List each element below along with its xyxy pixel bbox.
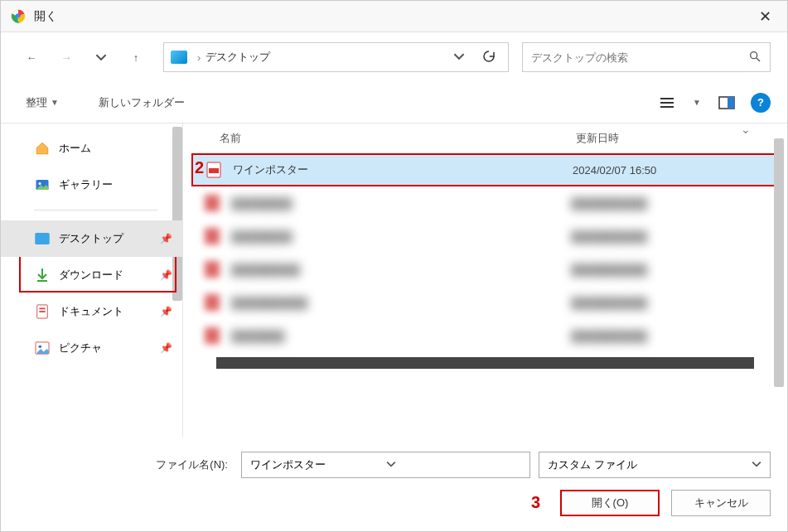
- forward-button[interactable]: →: [52, 43, 80, 71]
- pin-icon: 📌: [160, 306, 172, 317]
- file-list-header: 名前 更新日時 ⌄: [183, 123, 787, 153]
- path-breadcrumb[interactable]: › デスクトップ: [163, 42, 509, 72]
- preview-pane-button[interactable]: [714, 90, 739, 115]
- buttons-row: 3 開く(O) キャンセル: [17, 490, 771, 516]
- navigation-bar: ← → ↑ › デスクトップ: [1, 32, 787, 82]
- sidebar: ホーム ギャラリー 1 デスクトップ 📌 ダウンロード 📌: [1, 123, 183, 437]
- refresh-button[interactable]: [476, 49, 501, 66]
- filetype-value: カスタム ファイル: [548, 457, 752, 472]
- pin-icon: 📌: [160, 233, 172, 244]
- downloads-icon: [34, 267, 51, 283]
- help-button[interactable]: ?: [751, 93, 771, 113]
- file-list: 名前 更新日時 ⌄ 2 ワインポスター 2024/02/07 16:50 ███…: [183, 123, 787, 437]
- search-input[interactable]: [531, 51, 748, 64]
- svg-rect-8: [728, 97, 734, 109]
- svg-point-2: [751, 51, 757, 58]
- svg-rect-11: [35, 233, 50, 244]
- home-icon: [34, 140, 51, 157]
- back-button[interactable]: ←: [17, 43, 46, 71]
- svg-rect-19: [205, 195, 220, 211]
- svg-rect-18: [209, 168, 219, 173]
- sidebar-desktop-label: デスクトップ: [59, 231, 123, 246]
- pdf-icon: [205, 161, 223, 179]
- svg-point-10: [39, 182, 41, 185]
- sidebar-home-label: ホーム: [59, 141, 91, 156]
- organize-label: 整理: [26, 95, 47, 110]
- pictures-icon: [34, 340, 51, 356]
- cancel-button[interactable]: キャンセル: [671, 490, 771, 516]
- filetype-dropdown-icon[interactable]: [752, 459, 761, 472]
- recent-dropdown[interactable]: [87, 43, 115, 71]
- svg-rect-13: [39, 308, 45, 310]
- sidebar-gallery-label: ギャラリー: [59, 177, 113, 192]
- open-file-dialog: 開く ✕ ← → ↑ › デスクトップ 整理 ▼ 新しいフォルダー ▼: [0, 0, 788, 532]
- sidebar-downloads[interactable]: ダウンロード 📌: [1, 257, 182, 293]
- toolbar: 整理 ▼ 新しいフォルダー ▼ ?: [1, 82, 787, 123]
- organize-menu[interactable]: 整理 ▼: [17, 90, 67, 115]
- view-mode-menu[interactable]: [655, 90, 679, 115]
- filename-dropdown-icon[interactable]: [386, 459, 522, 472]
- file-row-blurred[interactable]: ████████████████████: [183, 286, 787, 319]
- column-date-header[interactable]: 更新日時 ⌄: [576, 131, 787, 146]
- sidebar-documents-label: ドキュメント: [59, 304, 123, 319]
- filetype-select[interactable]: カスタム ファイル: [539, 452, 771, 478]
- folder-icon: [171, 51, 187, 64]
- horizontal-scrollbar[interactable]: [216, 357, 754, 369]
- svg-line-3: [757, 58, 760, 61]
- search-icon[interactable]: [748, 50, 761, 65]
- gallery-icon: [34, 177, 51, 193]
- sidebar-downloads-label: ダウンロード: [59, 268, 123, 283]
- chevron-down-icon: ▼: [51, 98, 59, 107]
- titlebar: 開く ✕: [1, 1, 787, 32]
- callout-3: 3: [531, 493, 540, 512]
- svg-rect-20: [205, 228, 220, 244]
- sort-indicator-icon: ⌄: [741, 123, 751, 136]
- file-row-selected[interactable]: ワインポスター 2024/02/07 16:50: [191, 153, 779, 186]
- chrome-icon: [11, 9, 26, 24]
- sidebar-gallery[interactable]: ギャラリー: [1, 167, 182, 203]
- filename-row: ファイル名(N): ワインポスター カスタム ファイル: [17, 452, 771, 478]
- sidebar-home[interactable]: ホーム: [1, 130, 182, 167]
- sidebar-pictures[interactable]: ピクチャ 📌: [1, 330, 182, 366]
- sidebar-divider: [34, 210, 157, 210]
- path-dropdown-icon[interactable]: [453, 51, 465, 65]
- file-row-blurred[interactable]: ███████████████████: [183, 253, 787, 286]
- svg-rect-22: [205, 294, 220, 311]
- file-row-blurred[interactable]: ██████████████████: [183, 186, 787, 220]
- cancel-button-label: キャンセル: [694, 496, 748, 510]
- file-row-blurred[interactable]: ██████████████████: [183, 220, 787, 253]
- pin-icon: 📌: [160, 342, 172, 354]
- file-row-blurred[interactable]: █████████████████: [183, 319, 787, 352]
- dialog-body: ホーム ギャラリー 1 デスクトップ 📌 ダウンロード 📌: [1, 123, 787, 437]
- path-location[interactable]: デスクトップ: [205, 50, 442, 65]
- svg-point-16: [39, 345, 42, 348]
- dialog-footer: ファイル名(N): ワインポスター カスタム ファイル 3 開く(O) キャンセ…: [1, 437, 787, 531]
- column-date-label: 更新日時: [576, 132, 619, 144]
- up-button[interactable]: ↑: [122, 43, 150, 71]
- pin-icon: 📌: [160, 269, 172, 281]
- sidebar-documents[interactable]: ドキュメント 📌: [1, 293, 182, 330]
- filename-value: ワインポスター: [250, 457, 386, 472]
- filelist-scrollbar[interactable]: [774, 138, 784, 387]
- filename-label: ファイル名(N):: [17, 457, 233, 472]
- column-name-header[interactable]: 名前: [220, 131, 576, 146]
- file-name: ワインポスター: [233, 162, 573, 177]
- file-date: 2024/02/07 16:50: [573, 164, 656, 177]
- desktop-icon: [34, 230, 51, 247]
- svg-rect-14: [39, 311, 45, 312]
- svg-rect-21: [205, 261, 220, 278]
- sidebar-pictures-label: ピクチャ: [59, 341, 102, 355]
- filename-input[interactable]: ワインポスター: [241, 452, 530, 478]
- close-button[interactable]: ✕: [752, 4, 777, 29]
- dialog-title: 開く: [34, 9, 752, 24]
- open-button-label: 開く(O): [592, 496, 629, 510]
- new-folder-label: 新しいフォルダー: [99, 95, 185, 110]
- new-folder-button[interactable]: 新しいフォルダー: [90, 90, 193, 115]
- open-button[interactable]: 開く(O): [560, 490, 660, 516]
- callout-2: 2: [195, 158, 204, 177]
- breadcrumb-separator-icon: ›: [197, 51, 201, 64]
- sidebar-desktop[interactable]: デスクトップ 📌: [1, 220, 182, 257]
- view-mode-chevron[interactable]: ▼: [684, 90, 709, 115]
- search-box[interactable]: [522, 42, 771, 72]
- svg-rect-23: [205, 327, 220, 344]
